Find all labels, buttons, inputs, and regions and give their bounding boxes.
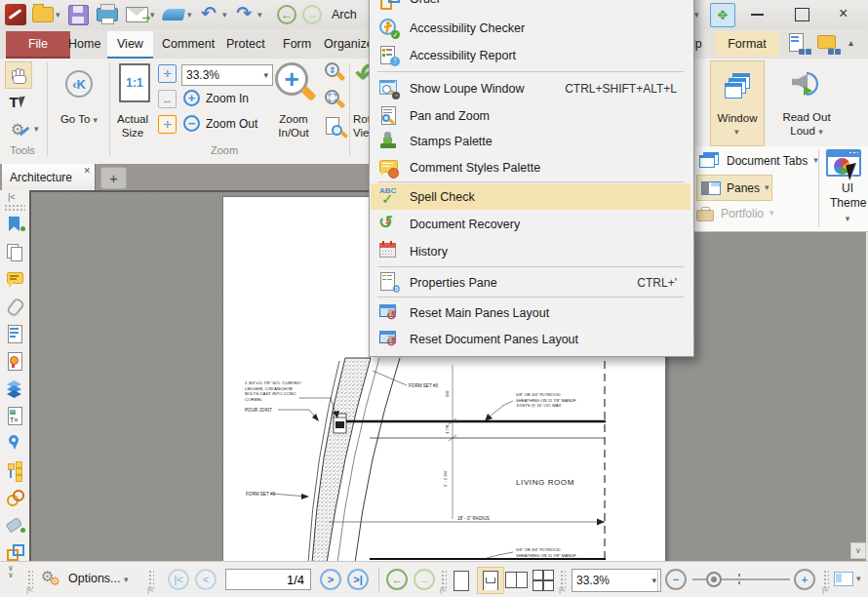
fullscreen-icon[interactable]: ✥ [710, 3, 735, 27]
other-tools-button[interactable]: ⚙ [5, 116, 30, 141]
zoom-slider-thumb[interactable] [706, 572, 722, 587]
email-dropdown-icon[interactable]: ▾ [150, 11, 155, 20]
menu-item-spell-check[interactable]: ABC ✓ Spell Check [371, 183, 690, 210]
tab-format[interactable]: Format [715, 31, 779, 57]
layers-pane-button[interactable] [6, 379, 23, 397]
dynamic-zoom-button[interactable]: ⇕ [325, 62, 346, 84]
page-number-input[interactable] [225, 569, 311, 590]
marquee-zoom-button[interactable] [325, 90, 346, 111]
document-tab-architecture[interactable]: Architecture ✕ [2, 164, 96, 190]
goto-button[interactable]: ‹K [57, 66, 101, 101]
menu-item-reset-document-panes[interactable]: ↺ Reset Document Panes Layout [371, 326, 690, 352]
statusbar-zoom-combo[interactable]: 33.3%▾ [572, 569, 661, 592]
tab-view[interactable]: View [107, 31, 153, 59]
ribbon-zoom-combo[interactable]: 33.3%▾ [181, 64, 273, 86]
undo-dropdown-icon[interactable]: ▾ [222, 11, 227, 20]
minimize-ribbon-icon[interactable]: ▴ [848, 37, 853, 48]
undo-icon[interactable]: ↶ [201, 2, 217, 24]
email-button[interactable]: ➜ [125, 3, 148, 26]
hand-tool-button[interactable] [5, 61, 32, 89]
collapse-pane-icon[interactable]: |< [8, 192, 16, 202]
redo-icon[interactable]: ↷ [236, 2, 252, 24]
back-button[interactable]: ← [277, 5, 296, 24]
forward-button[interactable]: → [302, 5, 322, 24]
comments-pane-button[interactable] [6, 270, 23, 288]
previous-page-button[interactable]: < [195, 569, 217, 590]
save-button[interactable] [66, 3, 90, 26]
zoom-inout-label[interactable]: ZoomIn/Out [265, 113, 322, 140]
menu-item-reset-main-panes[interactable]: ↺ Reset Main Panes Layout [371, 299, 690, 326]
tools-dropdown-icon[interactable]: ▾ [34, 125, 39, 134]
toolbar-overflow-icon[interactable]: ▾ [694, 11, 699, 20]
close-button[interactable]: × [839, 5, 848, 22]
pane-toggle-button[interactable] [834, 572, 853, 586]
open-button[interactable] [31, 3, 55, 26]
fit-visible-button[interactable]: ✛ [158, 115, 177, 134]
search-folder-button[interactable] [817, 33, 841, 55]
close-tab-icon[interactable]: ✕ [83, 166, 91, 176]
scan-dropdown-icon[interactable]: ▾ [187, 11, 192, 20]
content-pane-button[interactable]: T≡ [6, 407, 23, 424]
menu-item-accessibility-checker[interactable]: ✓ Accessibility Checker [371, 15, 690, 41]
window-button[interactable]: Window ▾ [710, 60, 765, 146]
menu-item-order[interactable]: Order [371, 0, 690, 12]
ui-theme-label[interactable]: UITheme ▾ [830, 181, 865, 225]
select-text-tool-button[interactable]: T [5, 89, 30, 114]
loupe-tool-button[interactable] [325, 117, 346, 139]
tab-protect[interactable]: Protect [217, 31, 275, 57]
tab-home[interactable]: Home [59, 31, 110, 57]
menu-item-comment-styles[interactable]: Comment Styles Palette [371, 154, 690, 180]
menu-item-stamps-palette[interactable]: Stamps Palette [371, 128, 690, 154]
pane-toggle-dropdown-icon[interactable]: ▾ [856, 575, 861, 583]
menu-item-show-loupe[interactable]: ◔ Show Loupe Window CTRL+SHIFT+ALT+L [371, 75, 690, 101]
open-dropdown-icon[interactable]: ▾ [56, 11, 60, 20]
actual-size-button[interactable]: 1:1 [119, 63, 150, 102]
first-page-button[interactable]: |< [168, 569, 189, 590]
next-page-button[interactable]: > [320, 569, 341, 590]
order-pane-button[interactable] [6, 543, 23, 561]
fields-pane-button[interactable] [6, 325, 23, 342]
two-page-layout-button[interactable] [505, 570, 527, 591]
options-button[interactable]: Options... ▾ [68, 572, 129, 585]
destinations-pane-button[interactable] [6, 434, 23, 452]
previous-view-button[interactable]: ← [386, 569, 408, 590]
tags-pane-button[interactable] [6, 516, 23, 534]
menu-item-history[interactable]: History [371, 238, 690, 264]
zoom-in-button[interactable]: + Zoom In [183, 90, 249, 106]
next-view-button[interactable]: → [414, 569, 435, 590]
menu-item-accessibility-report[interactable]: ᛏ Accessibility Report [371, 42, 690, 68]
fit-width-button[interactable]: ↔ [158, 90, 177, 108]
continuous-layout-button[interactable] [477, 567, 504, 594]
actual-size-label[interactable]: ActualSize [109, 113, 156, 140]
single-page-layout-button[interactable] [451, 570, 472, 591]
scroll-down-icon[interactable]: ∨ [850, 542, 866, 559]
signatures-pane-button[interactable] [6, 352, 23, 370]
scan-button[interactable] [162, 3, 185, 26]
structure-pane-button[interactable] [6, 461, 23, 479]
goto-label[interactable]: Go To ▾ [51, 113, 107, 127]
zoom-out-slider-button[interactable]: − [665, 569, 687, 590]
bookmarks-pane-button[interactable] [6, 216, 23, 233]
print-button[interactable] [96, 3, 119, 26]
fit-page-button[interactable]: ✛ [158, 64, 177, 83]
redo-dropdown-icon[interactable]: ▾ [257, 11, 262, 20]
thumbnails-pane-button[interactable] [6, 243, 23, 260]
grid-layout-button[interactable] [533, 570, 554, 591]
collapse-statusbar-icon[interactable]: ∨∨ [8, 565, 14, 578]
last-page-button[interactable]: >| [347, 569, 369, 590]
zoom-in-slider-button[interactable]: + [794, 569, 815, 590]
document-tabs-item[interactable]: Document Tabs ▾ [695, 148, 822, 173]
menu-item-document-recovery[interactable]: ↺ + Document Recovery [371, 211, 690, 237]
attachments-pane-button[interactable] [6, 298, 23, 315]
zoom-out-button[interactable]: − Zoom Out [183, 115, 257, 132]
menu-item-properties-pane[interactable]: ⚙ Properties Pane CTRL+' [371, 269, 690, 296]
zoom-inout-button[interactable]: + [273, 62, 316, 107]
read-out-loud-button[interactable]: Read OutLoud ▾ [774, 60, 839, 144]
menu-item-pan-and-zoom[interactable]: Pan and Zoom [371, 102, 690, 129]
links-pane-button[interactable] [6, 489, 23, 506]
minimize-button[interactable] [751, 14, 764, 16]
search-document-button[interactable] [788, 33, 811, 55]
maximize-button[interactable] [795, 8, 809, 21]
panes-item[interactable]: Panes ▾ [696, 175, 772, 201]
tab-comment[interactable]: Comment [152, 31, 224, 57]
